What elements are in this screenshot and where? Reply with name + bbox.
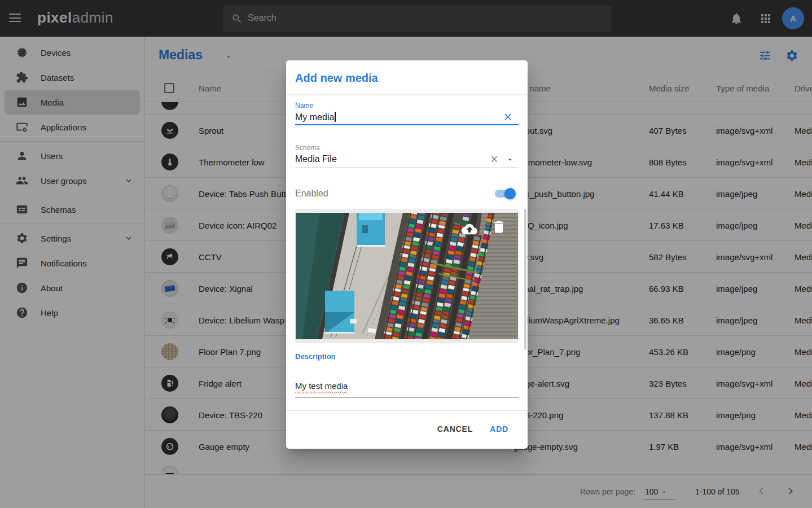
media-preview bbox=[295, 209, 519, 343]
dialog-scrollbar[interactable] bbox=[524, 209, 526, 350]
description-underline bbox=[295, 397, 519, 398]
name-field-underline bbox=[295, 124, 519, 125]
clear-schema-icon[interactable] bbox=[489, 154, 499, 164]
dialog-title: Add new media bbox=[295, 72, 378, 85]
dialog-footer-divider bbox=[286, 410, 528, 411]
toggle-knob bbox=[504, 188, 516, 199]
dialog-header-divider bbox=[286, 94, 528, 95]
add-button[interactable]: ADD bbox=[490, 424, 508, 433]
trash-icon[interactable] bbox=[491, 219, 507, 235]
enabled-toggle[interactable] bbox=[495, 190, 514, 198]
cloud-upload-icon[interactable] bbox=[462, 221, 477, 237]
app-root: pixeladmin Search A Devices Datasets Med… bbox=[0, 0, 812, 508]
schema-field-label: Schema bbox=[295, 144, 320, 152]
cancel-button[interactable]: CANCEL bbox=[437, 424, 473, 433]
description-input[interactable]: My test media bbox=[295, 381, 348, 391]
schema-select[interactable]: Media File bbox=[295, 154, 337, 164]
container-yard-photo bbox=[296, 213, 518, 339]
clear-name-icon[interactable] bbox=[502, 111, 513, 122]
text-cursor bbox=[335, 112, 336, 122]
name-input[interactable]: My media bbox=[295, 112, 336, 122]
schema-dropdown-caret-icon[interactable] bbox=[506, 156, 514, 164]
schema-field-underline bbox=[295, 168, 519, 168]
add-media-dialog: Add new media Name My media Schema Media… bbox=[286, 60, 528, 449]
description-label: Description bbox=[295, 352, 336, 361]
enabled-label: Enabled bbox=[295, 189, 328, 199]
name-field-label: Name bbox=[295, 102, 313, 110]
